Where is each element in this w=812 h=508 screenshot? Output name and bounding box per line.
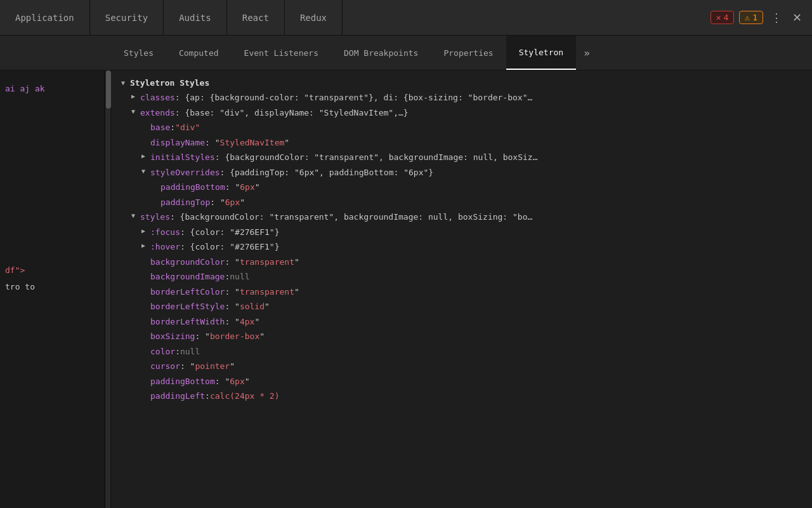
expand-icon: ▶ <box>141 241 148 250</box>
tab-properties-label: Properties <box>443 48 493 58</box>
paddingbottom-styleoverrides-row[interactable]: paddingBottom : " 6px " <box>111 180 812 195</box>
extends-row[interactable]: ▼ extends : {base: "div", displayName: "… <box>111 105 812 121</box>
tab-styletron-label: Styletron <box>519 48 563 57</box>
classes-row[interactable]: ▶ classes : {ap: {background-color: "tra… <box>111 90 812 105</box>
expand-icon: ▶ <box>131 91 138 101</box>
sidebar-line-1: ai aj ak <box>5 81 99 97</box>
tab-security[interactable]: Security <box>90 0 164 35</box>
cursor-row[interactable]: cursor : " pointer " <box>111 359 812 374</box>
warning-icon: ⚠ <box>745 13 750 22</box>
tab-dom-breakpoints[interactable]: DOM Breakpoints <box>331 36 431 70</box>
tab-styles[interactable]: Styles <box>111 36 166 70</box>
second-nav: Styles Computed Event Listeners DOM Brea… <box>0 36 812 70</box>
styles-row[interactable]: ▼ styles : {backgroundColor: "transparen… <box>111 210 812 225</box>
borderleftcolor-row[interactable]: borderLeftColor : " transparent " <box>111 284 812 300</box>
focus-row[interactable]: ▶ :focus : {color: "#276EF1"} <box>111 225 812 240</box>
borderleftwidth-row[interactable]: borderLeftWidth : " 4px " <box>111 314 812 330</box>
tab-event-listeners[interactable]: Event Listeners <box>232 36 331 70</box>
error-badge[interactable]: ✕ 4 <box>710 11 735 24</box>
backgroundcolor-row[interactable]: backgroundColor : " transparent " <box>111 255 812 270</box>
paddingleft-row[interactable]: paddingLeft : calc(24px * 2) <box>111 389 812 404</box>
expand-icon: ▶ <box>141 226 148 236</box>
tab-react[interactable]: React <box>227 0 285 35</box>
borderleftstyle-row[interactable]: borderLeftStyle : " solid " <box>111 299 812 314</box>
base-row[interactable]: base : "div" <box>111 120 812 135</box>
styletron-styles-header[interactable]: ▼ Styletron Styles <box>111 76 812 90</box>
color-row[interactable]: color : null <box>111 344 812 359</box>
main-layout: ai aj ak df"> tro to ▼ Styletron Styles … <box>0 70 812 508</box>
tab-dom-breakpoints-label: DOM Breakpoints <box>344 48 418 58</box>
styleoverrides-row[interactable]: ▼ styleOverrides : {paddingTop: "6px", p… <box>111 165 812 180</box>
displayname-row[interactable]: displayName : " StyledNavItem " <box>111 135 812 150</box>
warning-badge[interactable]: ⚠ 1 <box>739 11 763 24</box>
tab-audits[interactable]: Audits <box>164 0 227 35</box>
boxsizing-row[interactable]: boxSizing : " border-box " <box>111 329 812 344</box>
sidebar-line-tro: tro to <box>5 279 99 295</box>
more-tabs-button[interactable]: » <box>579 36 595 70</box>
styletron-styles-title: Styletron Styles <box>130 78 209 88</box>
close-button[interactable]: ✕ <box>790 8 804 27</box>
content-area[interactable]: ▼ Styletron Styles ▶ classes : {ap: {bac… <box>111 70 812 508</box>
tab-properties[interactable]: Properties <box>431 36 506 70</box>
error-count: 4 <box>724 13 729 22</box>
warning-count: 1 <box>752 13 757 22</box>
collapse-icon: ▼ <box>131 107 138 116</box>
tab-computed[interactable]: Computed <box>166 36 232 70</box>
sidebar-line-df: df"> <box>5 148 99 279</box>
hover-row[interactable]: ▶ :hover : {color: "#276EF1"} <box>111 239 812 255</box>
tab-computed-label: Computed <box>179 48 219 58</box>
tab-application-label: Application <box>15 13 74 23</box>
tab-styletron[interactable]: Styletron <box>506 36 576 70</box>
tab-event-listeners-label: Event Listeners <box>244 48 318 58</box>
tab-redux[interactable]: Redux <box>285 0 343 35</box>
collapse-icon: ▼ <box>141 166 148 176</box>
tab-styles-label: Styles <box>124 48 154 58</box>
top-nav-actions: ✕ 4 ⚠ 1 ⋮ ✕ <box>710 8 812 27</box>
paddingbottom-row[interactable]: paddingBottom : " 6px " <box>111 374 812 389</box>
more-button[interactable]: ⋮ <box>768 8 785 27</box>
left-sidebar: ai aj ak df"> tro to <box>0 70 105 508</box>
collapse-icon: ▼ <box>131 211 138 220</box>
error-icon: ✕ <box>716 13 721 22</box>
top-nav: Application Security Audits React Redux … <box>0 0 812 36</box>
tab-audits-label: Audits <box>179 13 211 23</box>
expand-icon: ▶ <box>141 151 148 161</box>
collapse-arrow-icon: ▼ <box>121 79 128 86</box>
tab-react-label: React <box>242 13 269 23</box>
tab-redux-label: Redux <box>300 13 327 23</box>
tab-application[interactable]: Application <box>0 0 90 35</box>
scroll-divider[interactable] <box>105 70 111 508</box>
paddingtop-styleoverrides-row[interactable]: paddingTop : " 6px " <box>111 195 812 210</box>
backgroundimage-row[interactable]: backgroundImage : null <box>111 269 812 284</box>
tab-security-label: Security <box>105 13 148 23</box>
initialstyles-row[interactable]: ▶ initialStyles : {backgroundColor: "tra… <box>111 150 812 165</box>
